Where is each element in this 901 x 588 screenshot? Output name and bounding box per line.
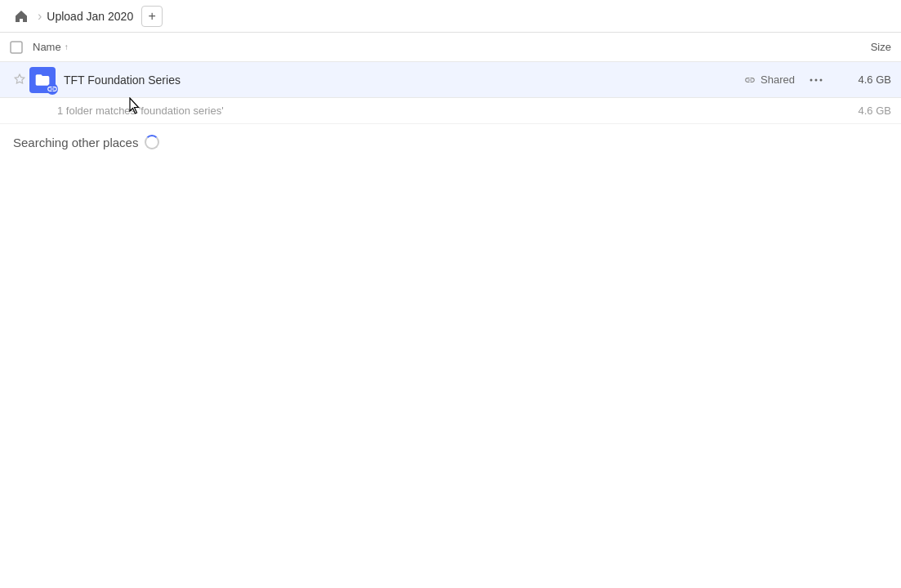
shared-section: Shared — [744, 74, 795, 86]
breadcrumb-label: Upload Jan 2020 — [47, 10, 133, 23]
more-icon — [810, 78, 823, 82]
svg-point-2 — [815, 78, 818, 81]
summary-row: 1 folder matches 'foundation series' 4.6… — [0, 98, 901, 124]
link-icon — [744, 74, 756, 86]
file-name: TFT Foundation Series — [64, 74, 744, 87]
more-options-button[interactable] — [805, 69, 827, 91]
add-button[interactable]: + — [141, 6, 163, 27]
loading-spinner — [145, 135, 159, 149]
home-button[interactable] — [10, 5, 33, 28]
sort-arrow-icon: ↑ — [65, 42, 69, 51]
breadcrumb-separator: › — [38, 9, 42, 24]
shared-overlay-icon — [47, 83, 58, 95]
name-column-header[interactable]: Name ↑ — [33, 41, 826, 53]
svg-point-1 — [810, 78, 813, 81]
shared-label: Shared — [760, 74, 795, 86]
svg-rect-0 — [11, 42, 22, 53]
star-button[interactable] — [10, 74, 29, 87]
size-column-header[interactable]: Size — [826, 41, 891, 53]
select-all-checkbox[interactable] — [10, 41, 33, 54]
svg-point-3 — [820, 78, 823, 81]
summary-text: 1 folder matches 'foundation series' — [57, 105, 834, 117]
file-size: 4.6 GB — [834, 74, 891, 86]
header-bar: › Upload Jan 2020 + — [0, 0, 901, 33]
folder-icon — [29, 67, 56, 93]
searching-row: Searching other places — [0, 124, 901, 160]
column-headers: Name ↑ Size — [0, 33, 901, 62]
searching-label: Searching other places — [13, 136, 138, 149]
file-row[interactable]: TFT Foundation Series Shared 4.6 GB — [0, 62, 901, 98]
summary-size: 4.6 GB — [834, 105, 891, 117]
